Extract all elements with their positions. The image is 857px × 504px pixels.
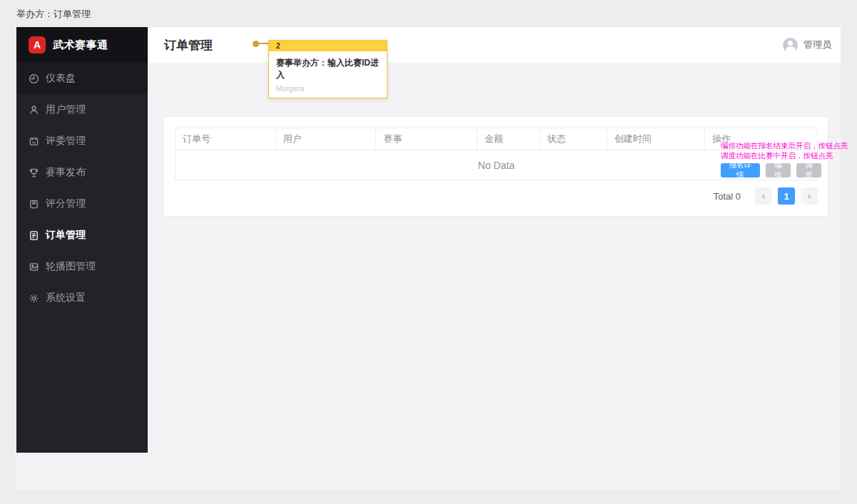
app-title: 武术赛事通 [53,38,108,52]
column-header-status: 状态 [540,128,607,150]
app-window: A 武术赛事通 仪表盘 用户管理 评委管理 [16,27,841,490]
sticky-note-author: Morgana [276,85,304,93]
column-header-amount: 金额 [477,128,540,150]
sidebar-item-label: 用户管理 [46,103,86,116]
sidebar-menu: 仪表盘 用户管理 评委管理 赛事发布 [16,63,148,314]
pagination-page-1[interactable]: 1 [778,187,795,205]
annotation-line-1: 编排功能在报名结束后开启，按钮点亮 [721,141,821,151]
action-buttons: 报名详情 编排 调度 [721,163,821,178]
score-icon [29,199,39,210]
sticky-note[interactable]: 2 赛事举办方：输入比赛ID进入 Morgana [268,40,387,98]
sidebar-item-users[interactable]: 用户管理 [16,94,148,125]
sidebar-item-dashboard[interactable]: 仪表盘 [16,63,148,94]
sidebar-item-judges[interactable]: 评委管理 [16,125,148,157]
dashboard-icon [29,73,39,84]
judge-icon [29,136,39,147]
settings-icon [29,293,39,304]
sidebar-item-label: 系统设置 [46,292,86,304]
user-avatar-icon [783,38,798,53]
order-icon [29,230,39,241]
column-header-event: 赛事 [376,128,477,150]
sidebar: A 武术赛事通 仪表盘 用户管理 评委管理 [16,27,148,453]
annotation-line-2: 调度功能在比赛中开启，按钮点亮 [721,151,821,161]
sticky-note-text: 赛事举办方：输入比赛ID进入 [276,57,380,81]
note-connector-line [258,43,268,44]
page-title: 订单管理 [164,37,213,53]
pagination-prev-button[interactable]: ‹ [755,187,772,205]
signup-detail-button[interactable]: 报名详情 [721,163,760,178]
user-name: 管理员 [803,38,831,51]
no-data-text: No Data [478,160,514,171]
sidebar-item-label: 评分管理 [46,197,86,210]
sidebar-item-label: 订单管理 [46,229,86,242]
sidebar-item-scoring[interactable]: 评分管理 [16,188,148,220]
orders-card: 订单号 用户 赛事 金额 状态 创建时间 操作 No Data 编排功能在报名结… [163,116,828,217]
sidebar-item-events[interactable]: 赛事发布 [16,157,148,188]
pagination-next-button[interactable]: › [801,187,818,205]
sidebar-item-orders[interactable]: 订单管理 [16,220,148,251]
actions-annotation: 编排功能在报名结束后开启，按钮点亮 调度功能在比赛中开启，按钮点亮 报名详情 编… [721,141,821,178]
sticky-note-badge: 2 [269,41,387,51]
page-header: 订单管理 管理员 [148,27,841,63]
sidebar-item-label: 仪表盘 [46,72,76,85]
dispatch-button[interactable]: 调度 [796,163,821,178]
app-logo: A [29,36,46,53]
sidebar-item-carousel[interactable]: 轮播图管理 [16,251,148,282]
pagination: Total 0 ‹ 1 › [714,187,818,205]
carousel-icon [29,262,39,272]
pagination-total: Total 0 [714,191,741,202]
sidebar-item-label: 评委管理 [46,135,86,148]
arrange-button[interactable]: 编排 [766,163,791,178]
sidebar-item-label: 轮播图管理 [46,260,96,273]
sidebar-item-settings[interactable]: 系统设置 [16,282,148,314]
column-header-order-no: 订单号 [176,128,276,150]
column-header-created: 创建时间 [607,128,706,150]
column-header-user: 用户 [276,128,377,150]
user-menu[interactable]: 管理员 [783,38,831,53]
breadcrumb: 举办方：订单管理 [16,8,91,21]
logo-row: A 武术赛事通 [16,27,148,63]
trophy-icon [29,168,39,178]
user-icon [29,105,39,115]
sidebar-item-label: 赛事发布 [46,166,86,179]
